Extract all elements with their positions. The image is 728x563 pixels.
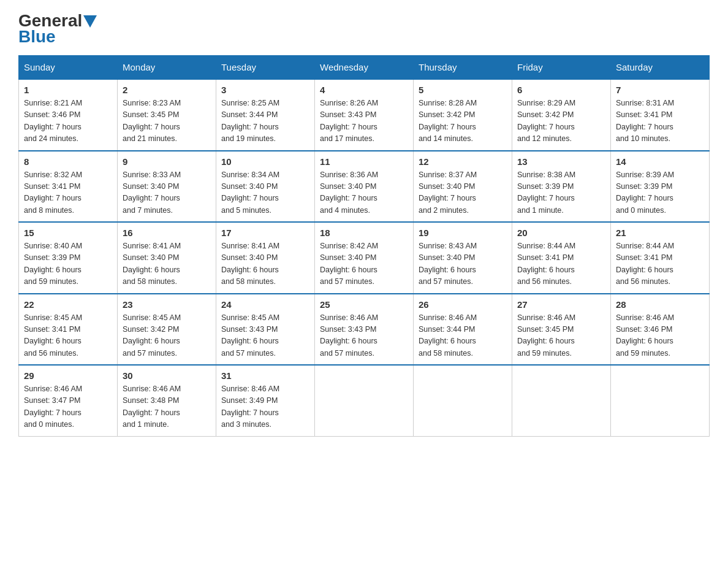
day-number: 5 (419, 85, 507, 95)
day-info: Sunrise: 8:45 AM Sunset: 3:41 PM Dayligh… (24, 312, 112, 360)
calendar-cell: 19 Sunrise: 8:43 AM Sunset: 3:40 PM Dayl… (414, 222, 512, 294)
day-number: 16 (123, 228, 211, 238)
calendar-cell: 18 Sunrise: 8:42 AM Sunset: 3:40 PM Dayl… (315, 222, 414, 294)
calendar-cell: 24 Sunrise: 8:45 AM Sunset: 3:43 PM Dayl… (216, 294, 315, 366)
day-number: 8 (24, 156, 112, 167)
day-info: Sunrise: 8:26 AM Sunset: 3:43 PM Dayligh… (320, 98, 408, 145)
day-info: Sunrise: 8:36 AM Sunset: 3:40 PM Dayligh… (320, 169, 408, 217)
calendar-cell: 1 Sunrise: 8:21 AM Sunset: 3:46 PM Dayli… (19, 79, 118, 151)
day-info: Sunrise: 8:46 AM Sunset: 3:49 PM Dayligh… (221, 383, 309, 431)
calendar-week-row: 8 Sunrise: 8:32 AM Sunset: 3:41 PM Dayli… (19, 151, 710, 223)
calendar-cell (611, 365, 710, 436)
calendar-cell: 22 Sunrise: 8:45 AM Sunset: 3:41 PM Dayl… (19, 294, 118, 366)
day-info: Sunrise: 8:43 AM Sunset: 3:40 PM Dayligh… (419, 240, 507, 288)
calendar-week-row: 15 Sunrise: 8:40 AM Sunset: 3:39 PM Dayl… (19, 222, 710, 294)
calendar-cell: 23 Sunrise: 8:45 AM Sunset: 3:42 PM Dayl… (118, 294, 216, 366)
calendar-cell: 25 Sunrise: 8:46 AM Sunset: 3:43 PM Dayl… (315, 294, 414, 366)
svg-marker-0 (83, 15, 97, 28)
day-info: Sunrise: 8:23 AM Sunset: 3:45 PM Dayligh… (123, 98, 211, 145)
day-info: Sunrise: 8:46 AM Sunset: 3:47 PM Dayligh… (24, 383, 112, 431)
day-number: 11 (320, 156, 408, 167)
day-number: 28 (616, 299, 704, 310)
calendar-cell (315, 365, 414, 436)
calendar-cell: 21 Sunrise: 8:44 AM Sunset: 3:41 PM Dayl… (611, 222, 710, 294)
header-thursday: Thursday (414, 56, 512, 80)
day-info: Sunrise: 8:46 AM Sunset: 3:43 PM Dayligh… (320, 312, 408, 360)
day-number: 6 (517, 85, 605, 95)
day-info: Sunrise: 8:39 AM Sunset: 3:39 PM Dayligh… (616, 169, 704, 217)
calendar-cell: 15 Sunrise: 8:40 AM Sunset: 3:39 PM Dayl… (19, 222, 118, 294)
day-info: Sunrise: 8:40 AM Sunset: 3:39 PM Dayligh… (24, 240, 112, 288)
calendar-cell: 8 Sunrise: 8:32 AM Sunset: 3:41 PM Dayli… (19, 151, 118, 223)
day-info: Sunrise: 8:38 AM Sunset: 3:39 PM Dayligh… (517, 169, 605, 217)
day-number: 21 (616, 228, 704, 238)
calendar-cell (414, 365, 512, 436)
page-header: General Blue (18, 12, 710, 45)
day-number: 15 (24, 228, 112, 238)
day-number: 2 (123, 85, 211, 95)
calendar-cell: 12 Sunrise: 8:37 AM Sunset: 3:40 PM Dayl… (414, 151, 512, 223)
day-info: Sunrise: 8:28 AM Sunset: 3:42 PM Dayligh… (419, 98, 507, 145)
calendar-week-row: 1 Sunrise: 8:21 AM Sunset: 3:46 PM Dayli… (19, 79, 710, 151)
day-info: Sunrise: 8:41 AM Sunset: 3:40 PM Dayligh… (123, 240, 211, 288)
calendar-cell: 17 Sunrise: 8:41 AM Sunset: 3:40 PM Dayl… (216, 222, 315, 294)
header-tuesday: Tuesday (216, 56, 315, 80)
day-number: 14 (616, 156, 704, 167)
header-wednesday: Wednesday (315, 56, 414, 80)
day-number: 23 (123, 299, 211, 310)
day-number: 1 (24, 85, 112, 95)
calendar-header-row: SundayMondayTuesdayWednesdayThursdayFrid… (19, 56, 710, 80)
day-info: Sunrise: 8:46 AM Sunset: 3:46 PM Dayligh… (616, 312, 704, 360)
header-saturday: Saturday (611, 56, 710, 80)
calendar-cell: 26 Sunrise: 8:46 AM Sunset: 3:44 PM Dayl… (414, 294, 512, 366)
day-info: Sunrise: 8:21 AM Sunset: 3:46 PM Dayligh… (24, 98, 112, 145)
day-number: 20 (517, 228, 605, 238)
calendar-cell: 20 Sunrise: 8:44 AM Sunset: 3:41 PM Dayl… (512, 222, 611, 294)
header-monday: Monday (118, 56, 216, 80)
calendar-cell: 16 Sunrise: 8:41 AM Sunset: 3:40 PM Dayl… (118, 222, 216, 294)
calendar-week-row: 22 Sunrise: 8:45 AM Sunset: 3:41 PM Dayl… (19, 294, 710, 366)
day-number: 19 (419, 228, 507, 238)
calendar-cell: 14 Sunrise: 8:39 AM Sunset: 3:39 PM Dayl… (611, 151, 710, 223)
day-info: Sunrise: 8:42 AM Sunset: 3:40 PM Dayligh… (320, 240, 408, 288)
day-number: 10 (221, 156, 309, 167)
calendar-cell: 30 Sunrise: 8:46 AM Sunset: 3:48 PM Dayl… (118, 365, 216, 436)
day-info: Sunrise: 8:31 AM Sunset: 3:41 PM Dayligh… (616, 98, 704, 145)
logo-triangle-icon (83, 15, 97, 28)
day-info: Sunrise: 8:45 AM Sunset: 3:42 PM Dayligh… (123, 312, 211, 360)
day-number: 7 (616, 85, 704, 95)
calendar-cell: 28 Sunrise: 8:46 AM Sunset: 3:46 PM Dayl… (611, 294, 710, 366)
calendar-cell: 29 Sunrise: 8:46 AM Sunset: 3:47 PM Dayl… (19, 365, 118, 436)
day-number: 27 (517, 299, 605, 310)
day-number: 17 (221, 228, 309, 238)
logo-text-blue: Blue (18, 28, 56, 45)
day-info: Sunrise: 8:46 AM Sunset: 3:48 PM Dayligh… (123, 383, 211, 431)
day-info: Sunrise: 8:44 AM Sunset: 3:41 PM Dayligh… (616, 240, 704, 288)
day-number: 18 (320, 228, 408, 238)
calendar-cell: 6 Sunrise: 8:29 AM Sunset: 3:42 PM Dayli… (512, 79, 611, 151)
day-info: Sunrise: 8:33 AM Sunset: 3:40 PM Dayligh… (123, 169, 211, 217)
day-number: 22 (24, 299, 112, 310)
calendar-cell: 9 Sunrise: 8:33 AM Sunset: 3:40 PM Dayli… (118, 151, 216, 223)
calendar-cell: 31 Sunrise: 8:46 AM Sunset: 3:49 PM Dayl… (216, 365, 315, 436)
day-info: Sunrise: 8:44 AM Sunset: 3:41 PM Dayligh… (517, 240, 605, 288)
day-info: Sunrise: 8:46 AM Sunset: 3:44 PM Dayligh… (419, 312, 507, 360)
logo: General Blue (18, 12, 97, 45)
calendar-cell: 27 Sunrise: 8:46 AM Sunset: 3:45 PM Dayl… (512, 294, 611, 366)
day-number: 9 (123, 156, 211, 167)
header-friday: Friday (512, 56, 611, 80)
day-info: Sunrise: 8:46 AM Sunset: 3:45 PM Dayligh… (517, 312, 605, 360)
day-info: Sunrise: 8:41 AM Sunset: 3:40 PM Dayligh… (221, 240, 309, 288)
day-number: 24 (221, 299, 309, 310)
day-number: 31 (221, 370, 309, 381)
day-info: Sunrise: 8:32 AM Sunset: 3:41 PM Dayligh… (24, 169, 112, 217)
day-info: Sunrise: 8:34 AM Sunset: 3:40 PM Dayligh… (221, 169, 309, 217)
day-info: Sunrise: 8:37 AM Sunset: 3:40 PM Dayligh… (419, 169, 507, 217)
calendar-cell: 4 Sunrise: 8:26 AM Sunset: 3:43 PM Dayli… (315, 79, 414, 151)
day-number: 13 (517, 156, 605, 167)
day-number: 3 (221, 85, 309, 95)
calendar-cell: 7 Sunrise: 8:31 AM Sunset: 3:41 PM Dayli… (611, 79, 710, 151)
day-number: 12 (419, 156, 507, 167)
calendar-cell: 2 Sunrise: 8:23 AM Sunset: 3:45 PM Dayli… (118, 79, 216, 151)
calendar-cell: 13 Sunrise: 8:38 AM Sunset: 3:39 PM Dayl… (512, 151, 611, 223)
